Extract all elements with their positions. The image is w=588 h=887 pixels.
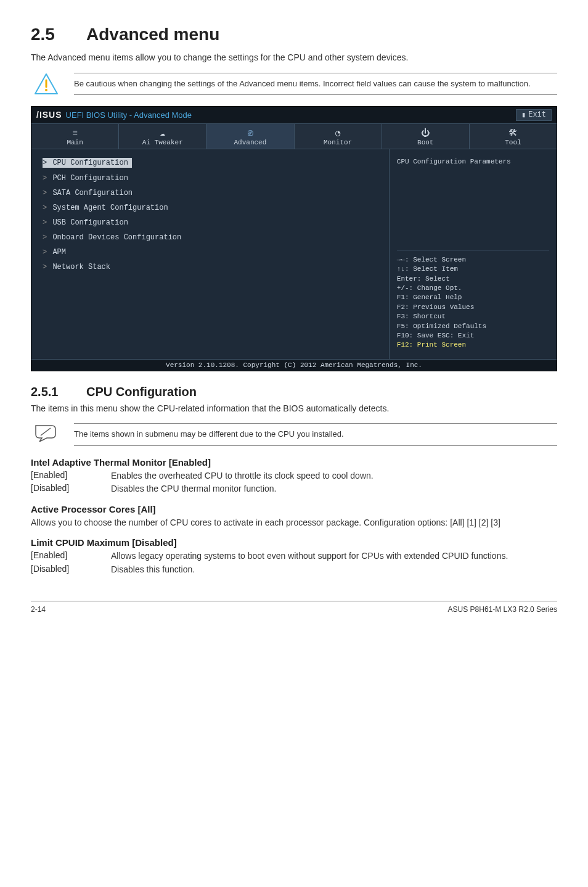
tab-boot[interactable]: ⏻ Boot	[382, 124, 470, 149]
svg-point-2	[45, 89, 47, 91]
help-key-line: F10: Save ESC: Exit	[397, 331, 549, 340]
menu-cpu-configuration[interactable]: > CPU Configuration	[43, 158, 132, 168]
subsection-intro: The items in this menu show the CPU-rela…	[31, 403, 557, 415]
help-key-line: +/-: Change Opt.	[397, 284, 549, 293]
chevron-right-icon: >	[43, 233, 47, 242]
warning-callout: Be cautious when changing the settings o…	[31, 73, 557, 95]
note-text: The items shown in submenu may be differ…	[74, 423, 557, 445]
list-icon: ≡	[31, 128, 118, 139]
menu-system-agent-configuration[interactable]: > System Agent Configuration	[43, 204, 378, 212]
tab-tool[interactable]: 🛠 Tool	[470, 124, 557, 149]
subsection-number: 2.5.1	[31, 385, 86, 399]
help-key-line: F3: Shortcut	[397, 312, 549, 321]
product-name: ASUS P8H61-M LX3 R2.0 Series	[448, 605, 557, 614]
section-intro: The Advanced menu items allow you to cha…	[31, 52, 557, 64]
page-number: 2-14	[31, 605, 46, 614]
setting-heading: Limit CPUID Maximum [Disabled]	[31, 537, 557, 548]
bios-footer: Version 2.10.1208. Copyright (C) 2012 Am…	[31, 359, 557, 371]
section-title: Advanced menu	[86, 25, 219, 44]
option-value: Disables the CPU thermal monitor functio…	[111, 483, 557, 495]
help-key-line: ↑↓: Select Item	[397, 265, 549, 274]
setting-heading: Intel Adaptive Thermal Monitor [Enabled]	[31, 457, 557, 468]
tab-main[interactable]: ≡ Main	[31, 124, 119, 149]
bios-logo: /ISUS	[36, 110, 62, 120]
cloud-icon: ☁	[119, 128, 206, 139]
bios-titlebar: /ISUS UEFI BIOS Utility - Advanced Mode …	[31, 107, 557, 123]
tab-advanced[interactable]: ⎚ Advanced	[206, 124, 294, 149]
setting-body: Allows you to choose the number of CPU c…	[31, 517, 557, 529]
help-key-line: F5: Optimized Defaults	[397, 322, 549, 331]
help-key-line: →←: Select Screen	[397, 255, 549, 265]
help-title: CPU Configuration Parameters	[397, 158, 549, 165]
chevron-right-icon: >	[43, 248, 47, 257]
menu-network-stack[interactable]: > Network Stack	[43, 263, 378, 271]
bios-title: UEFI BIOS Utility - Advanced Mode	[66, 110, 192, 120]
option-row: [Enabled] Enables the overheated CPU to …	[31, 470, 557, 482]
tool-icon: 🛠	[470, 128, 557, 139]
note-callout: The items shown in submenu may be differ…	[31, 423, 557, 445]
page-footer: 2-14 ASUS P8H61-M LX3 R2.0 Series	[31, 601, 557, 614]
chevron-right-icon: >	[43, 174, 47, 183]
menu-pch-configuration[interactable]: > PCH Configuration	[43, 174, 378, 183]
help-key-line: F1: General Help	[397, 293, 549, 302]
setting-heading: Active Processor Cores [All]	[31, 504, 557, 514]
tab-ai-tweaker[interactable]: ☁ Ai Tweaker	[119, 124, 206, 149]
warning-icon	[31, 73, 62, 95]
menu-usb-configuration[interactable]: > USB Configuration	[43, 218, 378, 227]
menu-sata-configuration[interactable]: > SATA Configuration	[43, 189, 378, 197]
section-number: 2.5	[31, 25, 86, 44]
option-key: [Disabled]	[31, 564, 111, 576]
option-value: Enables the overheated CPU to throttle i…	[111, 470, 557, 482]
note-icon	[31, 423, 62, 442]
chevron-right-icon: >	[43, 204, 47, 212]
power-icon: ⏻	[382, 128, 469, 139]
chevron-right-icon: >	[43, 159, 47, 167]
option-key: [Enabled]	[31, 550, 111, 563]
option-value: Disables this function.	[111, 564, 557, 576]
help-key-line: F2: Previous Values	[397, 303, 549, 312]
bios-menu-panel: > CPU Configuration > PCH Configuration …	[31, 149, 389, 359]
exit-button[interactable]: ▮ Exit	[516, 109, 552, 121]
exit-icon: ▮	[521, 110, 526, 120]
option-key: [Enabled]	[31, 470, 111, 482]
option-row: [Disabled] Disables the CPU thermal moni…	[31, 483, 557, 495]
chip-icon: ⎚	[206, 128, 293, 139]
menu-apm[interactable]: > APM	[43, 248, 378, 257]
option-table: [Enabled] Allows legacy operating system…	[31, 550, 557, 576]
gauge-icon: ◔	[295, 128, 382, 139]
help-key-line: Enter: Select	[397, 274, 549, 284]
chevron-right-icon: >	[43, 263, 47, 271]
chevron-right-icon: >	[43, 189, 47, 197]
option-row: [Disabled] Disables this function.	[31, 564, 557, 576]
chevron-right-icon: >	[43, 218, 47, 227]
menu-onboard-devices[interactable]: > Onboard Devices Configuration	[43, 233, 378, 242]
subsection-heading: 2.5.1CPU Configuration	[31, 385, 557, 399]
help-keys: →←: Select Screen ↑↓: Select Item Enter:…	[397, 250, 549, 350]
option-value: Allows legacy operating systems to boot …	[111, 550, 557, 563]
bios-tabs: ≡ Main ☁ Ai Tweaker ⎚ Advanced ◔ Monitor…	[31, 123, 557, 149]
warning-text: Be cautious when changing the settings o…	[74, 73, 557, 95]
subsection-title: CPU Configuration	[86, 385, 197, 398]
tab-monitor[interactable]: ◔ Monitor	[295, 124, 382, 149]
bios-screenshot: /ISUS UEFI BIOS Utility - Advanced Mode …	[31, 106, 557, 371]
help-key-line-highlight: F12: Print Screen	[397, 340, 549, 350]
section-heading: 2.5Advanced menu	[31, 25, 557, 44]
bios-help-panel: CPU Configuration Parameters →←: Select …	[389, 149, 557, 359]
option-table: [Enabled] Enables the overheated CPU to …	[31, 470, 557, 495]
option-key: [Disabled]	[31, 483, 111, 495]
option-row: [Enabled] Allows legacy operating system…	[31, 550, 557, 563]
exit-label: Exit	[528, 110, 546, 119]
